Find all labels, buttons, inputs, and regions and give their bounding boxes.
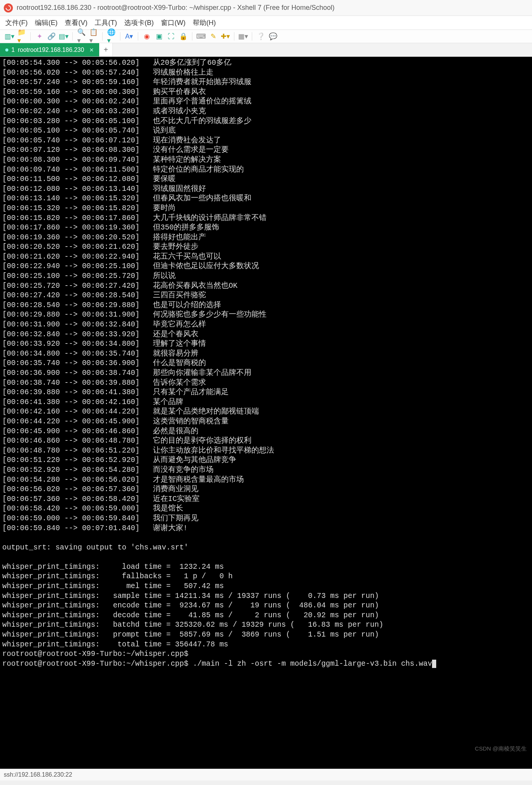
prompt-line: rootroot@rootroot-X99-Turbo:~/whisper.cp… [2, 649, 530, 659]
fullscreen-icon[interactable]: ⛶ [167, 32, 175, 41]
reconnect-icon[interactable]: ✦ [35, 32, 44, 41]
transcript-line: [00:06:39.880 --> 00:06:41.380] 只有某个产品才能… [2, 388, 530, 398]
transcript-line: [00:06:42.160 --> 00:06:44.220] 就是某个品类绝对… [2, 407, 530, 417]
transcript-line: [00:06:28.540 --> 00:06:29.880] 也是可以介绍的选… [2, 301, 530, 311]
timing-line: whisper_print_timings: total time = 3564… [2, 640, 530, 650]
menu-help[interactable]: 帮助(H) [193, 19, 216, 27]
transcript-line: [00:06:11.500 --> 00:06:12.080] 要保暖 [2, 175, 530, 184]
timing-line: whisper_print_timings: mel time = 507.42… [2, 582, 530, 591]
transcript-line: [00:05:54.300 --> 00:05:56.020] 从20多亿涨到了… [2, 58, 530, 68]
lock-icon[interactable]: 🔒 [179, 32, 187, 41]
transcript-line: [00:06:59.000 --> 00:06:59.840] 我们下期再见 [2, 514, 530, 524]
transcript-line: [00:06:09.740 --> 00:06:11.500] 特定价位的商品才… [2, 165, 530, 175]
timing-line: whisper_print_timings: encode time = 923… [2, 601, 530, 611]
timing-line: whisper_print_timings: load time = 1232.… [2, 562, 530, 572]
watermark: CSDN @南棱笑笑生 [475, 744, 527, 754]
transcript-line: [00:06:38.740 --> 00:06:39.880] 告诉你某个需求 [2, 378, 530, 388]
new-session-icon[interactable]: ▥▾ [5, 32, 14, 41]
separator-icon [192, 32, 192, 41]
theme-icon[interactable]: ▦▾ [239, 32, 247, 41]
prompt-line[interactable]: rootroot@rootroot-X99-Turbo:~/whisper.cp… [2, 659, 530, 669]
menu-tab[interactable]: 选项卡(B) [124, 19, 154, 27]
status-connection: ssh://192.168.186.230:22 [4, 771, 72, 778]
timing-line: whisper_print_timings: prompt time = 585… [2, 630, 530, 640]
search-icon[interactable]: 🔍▾ [77, 32, 86, 41]
app-icon [4, 3, 13, 12]
transcript-line: [00:06:15.820 --> 00:06:17.860] 大几千块钱的设计… [2, 214, 530, 223]
menu-file[interactable]: 文件(F) [5, 19, 28, 27]
transcript-line: [00:06:05.740 --> 00:06:07.120] 现在消费社会发达… [2, 136, 530, 146]
transcript-line: [00:06:19.360 --> 00:06:20.520] 搭得好也能出产 [2, 233, 530, 243]
session-tabstrip: 1 rootroot192.168.186.230 ✕ + [0, 43, 532, 57]
timing-line: whisper_print_timings: decode time = 41.… [2, 611, 530, 621]
transcript-line: [00:06:44.220 --> 00:06:45.900] 这类营销的智商税… [2, 417, 530, 427]
separator-icon [102, 32, 103, 41]
transcript-line: [00:06:31.900 --> 00:06:32.840] 毕竟它再怎么样 [2, 320, 530, 330]
timing-line: whisper_print_timings: fallbacks = 1 p /… [2, 572, 530, 582]
transcript-line: [00:06:21.620 --> 00:06:22.940] 花五六千买鸟也可… [2, 252, 530, 262]
transcript-line: [00:06:57.360 --> 00:06:58.420] 近在IC实验室 [2, 495, 530, 504]
chat-icon[interactable]: 💬 [269, 32, 277, 41]
highlight-icon[interactable]: ✎ [209, 32, 217, 41]
font-icon[interactable]: A▾ [125, 32, 133, 41]
help-icon[interactable]: ❔ [257, 32, 265, 41]
transcript-line: [00:06:22.940 --> 00:06:25.100] 但迪卡侬也足以应… [2, 262, 530, 272]
transcript-line: [00:06:15.320 --> 00:06:15.820] 要时尚 [2, 204, 530, 214]
transcript-line: [00:06:58.420 --> 00:06:59.000] 我是馆长 [2, 504, 530, 514]
transcript-line: [00:06:45.900 --> 00:06:46.860] 必然是很高的 [2, 427, 530, 437]
transcript-line: [00:06:25.720 --> 00:06:27.420] 花高价买春风衣当… [2, 281, 530, 291]
menu-window[interactable]: 窗口(W) [161, 19, 186, 27]
transcript-line: [00:06:33.920 --> 00:06:34.800] 理解了这个事情 [2, 339, 530, 349]
transcript-line: [00:06:27.420 --> 00:06:28.540] 三四百买件骆驼 [2, 291, 530, 301]
record-icon[interactable]: ▣ [155, 32, 163, 41]
transcript-line: [00:05:57.240 --> 00:05:59.160] 年轻消费者就开始… [2, 78, 530, 87]
transcript-line: [00:06:35.740 --> 00:06:36.900] 什么是智商税的 [2, 359, 530, 368]
output-srt-line: output_srt: saving output to 'chs.wav.sr… [2, 543, 530, 553]
menu-view[interactable]: 查看(V) [65, 19, 87, 27]
close-icon[interactable]: ✕ [89, 47, 94, 53]
transcript-line: [00:06:29.880 --> 00:06:31.900] 何况骆驼也多多少… [2, 310, 530, 320]
keyboard-icon[interactable]: ⌨ [197, 32, 205, 41]
terminal-output[interactable]: [00:05:54.300 --> 00:05:56.020] 从20多亿涨到了… [0, 57, 532, 769]
transcript-line: [00:06:41.380 --> 00:06:42.160] 某个品牌 [2, 398, 530, 407]
transcript-line: [00:06:52.920 --> 00:06:54.280] 而没有竞争的市场 [2, 465, 530, 475]
transcript-line: [00:06:05.100 --> 00:06:05.740] 说到底 [2, 126, 530, 136]
toolbar: ▥▾ 📁▾ ✦ 🔗 ▤▾ 🔍▾ 📋▾ 🌐▾ A▾ ◉ ▣ ⛶ 🔒 ⌨ ✎ ✚▾ … [0, 30, 532, 43]
add-icon[interactable]: ✚▾ [221, 32, 229, 41]
menu-tools[interactable]: 工具(T) [95, 19, 117, 27]
menu-edit[interactable]: 编辑(E) [35, 19, 58, 27]
separator-icon [72, 32, 73, 41]
transcript-line: [00:06:59.840 --> 00:07:01.840] 谢谢大家! [2, 524, 530, 534]
link-icon[interactable]: 🔗 [47, 32, 56, 41]
transcript-line: [00:06:20.520 --> 00:06:21.620] 要去野外徒步 [2, 242, 530, 252]
properties-icon[interactable]: ▤▾ [59, 32, 68, 41]
timing-line: whisper_print_timings: batchd time = 325… [2, 620, 530, 630]
separator-icon [252, 32, 252, 41]
transcript-line: [00:06:46.860 --> 00:06:48.780] 它的目的是剥夺你… [2, 436, 530, 446]
transcript-line: [00:05:59.160 --> 00:06:00.300] 购买平价春风衣 [2, 87, 530, 97]
tab-session-active[interactable]: 1 rootroot192.168.186.230 ✕ [0, 43, 99, 56]
transcript-line: [00:06:36.900 --> 00:06:38.740] 那些向你灌输非某… [2, 368, 530, 378]
macro-icon[interactable]: ◉ [143, 32, 151, 41]
transcript-line: [00:06:48.780 --> 00:06:51.220] 让你主动放弃比价… [2, 446, 530, 456]
blank-line [2, 533, 530, 543]
status-dot-icon [5, 48, 8, 52]
transcript-line: [00:06:13.140 --> 00:06:15.320] 但春风衣加一些内… [2, 194, 530, 204]
globe-icon[interactable]: 🌐▾ [107, 32, 115, 41]
tab-label: rootroot192.168.186.230 [18, 47, 84, 53]
blank-line [2, 552, 530, 562]
transcript-line: [00:06:08.300 --> 00:06:09.740] 某种特定的解决方… [2, 155, 530, 165]
window-titlebar: rootroot192.168.186.230 - rootroot@rootr… [0, 0, 532, 16]
transcript-line: [00:06:17.860 --> 00:06:19.360] 但350的拼多多… [2, 223, 530, 233]
separator-icon [30, 32, 31, 41]
open-icon[interactable]: 📁▾ [17, 32, 26, 41]
terminal-cursor [432, 660, 436, 668]
statusbar: ssh://192.168.186.230:22 [0, 769, 532, 780]
tab-index: 1 [11, 47, 15, 53]
separator-icon [120, 32, 120, 41]
transcript-line: [00:06:07.120 --> 00:06:08.300] 没有什么需求是一… [2, 145, 530, 155]
clipboard-icon[interactable]: 📋▾ [89, 32, 98, 41]
transcript-line: [00:06:00.300 --> 00:06:02.240] 里面再穿个普通价… [2, 97, 530, 107]
add-tab-button[interactable]: + [99, 43, 113, 56]
transcript-line: [00:06:02.240 --> 00:06:03.280] 或者羽绒小夹克 [2, 107, 530, 117]
